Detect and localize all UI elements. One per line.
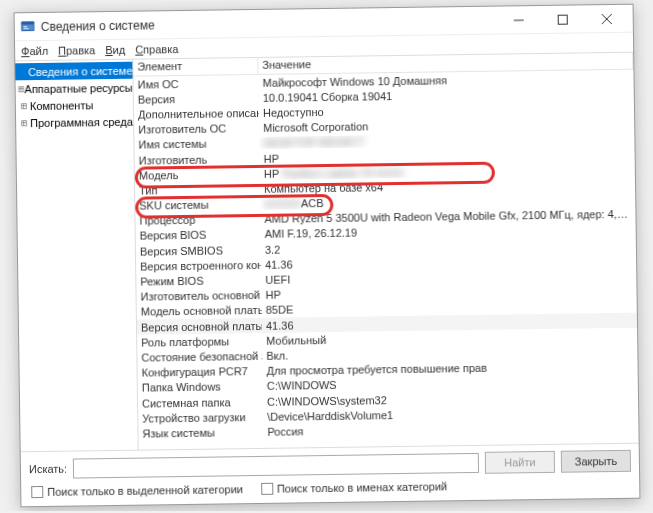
row-name: Устройство загрузки	[138, 411, 263, 425]
tree-item[interactable]: ⊞Программная среда	[15, 113, 132, 132]
details-body[interactable]: Имя ОСМайкрософт Windows 10 ДомашняяВерс…	[133, 70, 638, 450]
svg-rect-1	[21, 21, 33, 24]
close-button[interactable]	[584, 5, 628, 32]
menu-view[interactable]: Вид	[105, 43, 125, 55]
minimize-button[interactable]	[496, 6, 540, 33]
expander-icon[interactable]: ⊞	[17, 83, 24, 94]
svg-rect-2	[23, 26, 27, 27]
row-name: Роль платформы	[137, 335, 262, 349]
details-pane: Элемент Значение Имя ОСМайкрософт Window…	[133, 53, 638, 450]
column-header-element[interactable]: Элемент	[133, 58, 258, 76]
system-info-window: Сведения о системе Файл Правка Вид Справ…	[13, 4, 640, 508]
row-name: Модель основной платы	[136, 304, 261, 318]
checkbox-category-names[interactable]: Поиск только в именах категорий	[260, 480, 446, 495]
checkbox-icon	[31, 486, 43, 498]
tree-item-label: Аппаратные ресурсы	[24, 81, 132, 95]
row-name: Изготовитель основной платы	[136, 289, 261, 303]
row-name: Версия BIOS	[135, 228, 260, 242]
tree-item[interactable]: ⊞Компоненты	[15, 96, 132, 115]
tree-item-label: Компоненты	[29, 99, 93, 112]
svg-rect-3	[23, 28, 28, 29]
checkbox-icon	[260, 483, 272, 495]
row-name: Версия встроенного контроллера	[136, 259, 261, 273]
row-name: Тип	[134, 183, 259, 197]
navigation-tree[interactable]: Сведения о системе⊞Аппаратные ресурсы⊞Ко…	[15, 60, 138, 452]
row-name: Изготовитель	[134, 152, 259, 166]
tree-item[interactable]: Сведения о системе	[15, 62, 132, 81]
row-name: SKU системы	[135, 198, 260, 212]
checkbox-selected-category[interactable]: Поиск только в выделенной категории	[31, 483, 243, 498]
menu-help[interactable]: Справка	[135, 43, 178, 56]
row-name: Процессор	[135, 213, 260, 227]
menu-file[interactable]: Файл	[21, 44, 48, 56]
row-value: Россия	[263, 421, 638, 438]
close-panel-button[interactable]: Закрыть	[560, 450, 630, 473]
menu-edit[interactable]: Правка	[58, 44, 95, 57]
maximize-button[interactable]	[540, 6, 584, 33]
tree-item-label: Программная среда	[30, 115, 133, 128]
row-name: Папка Windows	[137, 380, 262, 394]
search-input[interactable]	[72, 453, 478, 479]
row-name: Режим BIOS	[136, 274, 261, 288]
row-name: Изготовитель ОС	[134, 122, 259, 136]
row-name: Имя ОС	[133, 77, 258, 91]
expander-icon[interactable]: ⊞	[17, 100, 29, 111]
row-name: Конфигурация PCR7	[137, 365, 262, 379]
app-icon	[20, 20, 34, 34]
row-name: Версия SMBIOS	[135, 244, 260, 258]
search-label: Искать:	[28, 463, 66, 476]
row-name: Дополнительное описание ОС	[133, 107, 258, 121]
tree-item[interactable]: ⊞Аппаратные ресурсы	[15, 79, 132, 98]
row-name: Системная папка	[137, 395, 262, 409]
row-name: Модель	[134, 168, 259, 182]
row-name: Версия	[133, 92, 258, 106]
tree-item-label: Сведения о системе	[27, 64, 132, 77]
expander-icon[interactable]: ⊞	[18, 117, 30, 128]
find-button[interactable]: Найти	[484, 451, 554, 474]
row-name: Имя системы	[134, 137, 259, 151]
svg-rect-5	[558, 15, 567, 24]
row-name: Версия основной платы	[136, 320, 261, 334]
bottom-panel: Искать: Найти Закрыть Поиск только в выд…	[20, 443, 639, 507]
row-name: Язык системы	[138, 426, 263, 440]
window-title: Сведения о системе	[40, 13, 496, 33]
row-name: Состояние безопасной загрузки	[137, 350, 262, 364]
